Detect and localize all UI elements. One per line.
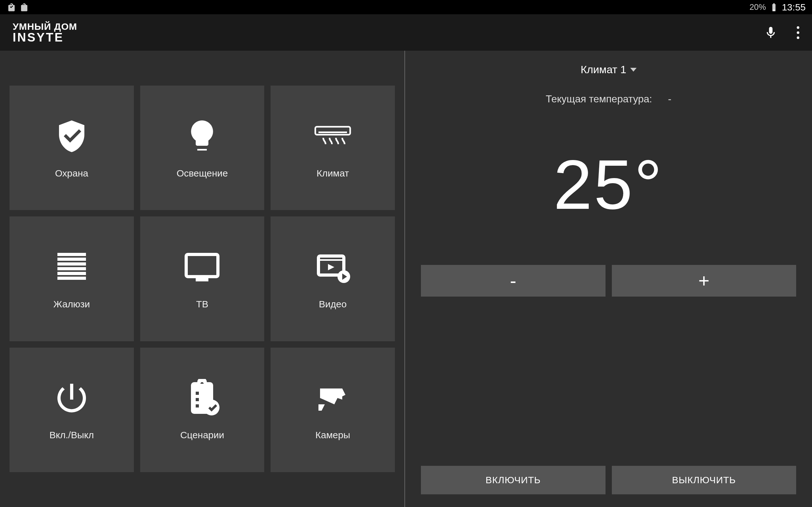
battery-percentage: 20% [750, 2, 766, 12]
shopping-bag-icon [6, 3, 16, 12]
lightbulb-icon [183, 117, 221, 155]
tile-label: Сценарии [180, 430, 224, 441]
current-temp-value: - [668, 93, 671, 105]
tile-power[interactable]: Вкл./Выкл [9, 348, 134, 472]
tile-climate[interactable]: Климат [270, 86, 395, 210]
ac-unit-icon [314, 117, 352, 155]
climate-panel: Климат 1 Текущая температура: - 25° - + … [405, 51, 812, 507]
temp-plus-button[interactable]: + [612, 265, 797, 297]
svg-rect-3 [57, 258, 86, 261]
brand-line2: INSYTE [13, 32, 77, 43]
tile-label: Камеры [315, 430, 350, 441]
tile-security[interactable]: Охрана [9, 86, 134, 210]
target-temperature: 25° [421, 105, 796, 265]
current-temp-label: Текущая температура: [546, 93, 652, 105]
microphone-icon[interactable] [764, 26, 778, 40]
tile-label: Освещение [177, 168, 228, 179]
climate-zone-select[interactable]: Климат 1 [580, 63, 636, 76]
tile-tv[interactable]: ТВ [140, 216, 264, 341]
svg-rect-6 [57, 272, 86, 275]
tile-grid: Охрана Освещение Климат Жалюзи ТВ Видео … [0, 51, 404, 507]
play-store-icon [19, 3, 29, 12]
turn-off-button[interactable]: ВЫКЛЮЧИТЬ [612, 466, 797, 494]
tile-label: Вкл./Выкл [49, 430, 94, 441]
status-bar: 20% 13:55 [0, 0, 812, 14]
blinds-icon [53, 248, 91, 286]
tile-label: Охрана [55, 168, 89, 179]
tv-icon [183, 248, 221, 286]
clipboard-check-icon [183, 379, 221, 417]
tile-video[interactable]: Видео [270, 216, 395, 341]
tile-label: Жалюзи [53, 299, 90, 309]
battery-icon [769, 3, 779, 12]
status-clock: 13:55 [782, 2, 806, 13]
main-content: Охрана Освещение Климат Жалюзи ТВ Видео … [0, 51, 812, 507]
video-touch-icon [314, 248, 352, 286]
power-icon [53, 379, 91, 417]
overflow-menu-icon[interactable] [797, 26, 799, 39]
tile-lighting[interactable]: Освещение [140, 86, 264, 210]
svg-rect-4 [57, 262, 86, 266]
shield-check-icon [53, 117, 91, 155]
cctv-icon [314, 379, 352, 417]
tile-cameras[interactable]: Камеры [270, 348, 395, 472]
brand-line1: УМНЫЙ ДОМ [13, 22, 77, 32]
svg-rect-2 [57, 253, 86, 256]
svg-point-9 [204, 400, 219, 415]
tile-blinds[interactable]: Жалюзи [9, 216, 134, 341]
turn-on-button[interactable]: ВКЛЮЧИТЬ [421, 466, 606, 494]
temp-minus-button[interactable]: - [421, 265, 606, 297]
tile-label: Климат [316, 168, 349, 179]
svg-rect-5 [57, 267, 86, 270]
app-bar: УМНЫЙ ДОМ INSYTE [0, 14, 812, 51]
svg-rect-7 [57, 277, 86, 280]
svg-rect-0 [315, 127, 350, 135]
chevron-down-icon [630, 68, 637, 72]
tile-label: Видео [319, 299, 347, 309]
tile-label: ТВ [196, 299, 208, 309]
tile-scenes[interactable]: Сценарии [140, 348, 264, 472]
brand-logo: УМНЫЙ ДОМ INSYTE [13, 22, 77, 43]
zone-name: Климат 1 [580, 63, 626, 76]
